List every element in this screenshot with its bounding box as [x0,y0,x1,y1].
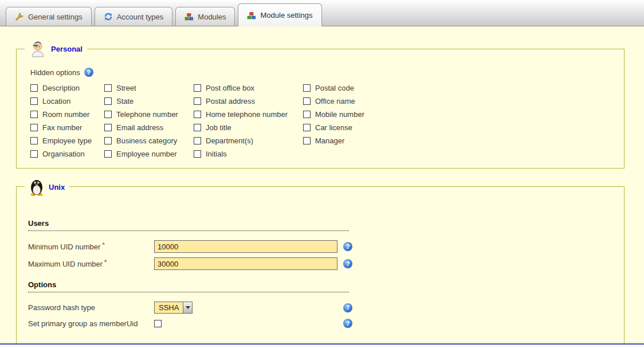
checkbox-label: Car license [315,123,352,132]
checkbox-business-category[interactable] [104,137,112,144]
checkbox-label: Location [42,97,70,105]
hidden-option-employee-type[interactable]: Employee type [30,136,104,145]
checkbox-initials[interactable] [194,150,201,158]
checkbox-car-license[interactable] [303,124,311,131]
checkbox-employee-number[interactable] [104,150,112,158]
hidden-option-departments[interactable]: Department(s) [194,136,303,145]
checkbox-label: Postal code [315,84,354,92]
checkbox-label: Department(s) [206,136,253,145]
checkbox-label: Home telephone number [206,110,288,119]
hidden-option-location[interactable]: Location [30,97,104,105]
tab-module-settings[interactable]: Module settings [238,3,321,26]
checkbox-home-telephone-number[interactable] [194,111,201,118]
personal-legend-label: Personal [51,45,83,53]
hidden-option-postal-address[interactable]: Postal address [194,97,303,105]
help-icon[interactable]: ? [84,68,93,77]
member-uid-control [154,320,343,327]
checkbox-post-office-box[interactable] [194,84,201,92]
checkbox-description[interactable] [30,84,38,92]
member-uid-label-text: Set primary group as memberUid [28,319,138,328]
footer-divider [0,343,644,345]
unix-form: Users Minimum UID number* ? Maximum UID … [17,187,624,329]
checkbox-label: Street [116,84,136,92]
min-uid-control [154,240,343,253]
help-icon[interactable]: ? [343,242,352,251]
password-hash-select[interactable]: SSHA [154,302,193,314]
hidden-option-postal-code[interactable]: Postal code [303,84,429,92]
password-hash-value: SSHA [155,302,183,313]
checkbox-label: Office name [315,97,355,105]
hidden-option-email-address[interactable]: Email address [104,123,194,132]
options-section-title: Options [28,280,349,292]
checkbox-label: Employee type [42,136,92,145]
member-uid-row: Set primary group as memberUid ? [28,318,624,329]
checkbox-location[interactable] [30,97,38,105]
checkbox-postal-code[interactable] [303,84,311,92]
min-uid-row: Minimum UID number* ? [28,240,624,253]
hidden-option-manager[interactable]: Manager [303,136,429,145]
min-uid-input[interactable] [154,240,337,253]
help-icon[interactable]: ? [343,319,352,328]
checkbox-label: Postal address [206,97,255,105]
hidden-option-car-license[interactable]: Car license [303,123,429,132]
hidden-option-room-number[interactable]: Room number [30,110,104,119]
unix-legend-label: Unix [49,183,65,191]
hidden-option-initials[interactable]: Initials [194,150,303,158]
checkbox-label: Business category [116,136,177,145]
hidden-option-organisation[interactable]: Organisation [30,150,104,158]
hidden-option-job-title[interactable]: Job title [194,123,303,132]
hidden-option-description[interactable]: Description [30,84,104,92]
member-uid-checkbox[interactable] [154,320,162,327]
settings-content: Personal Hidden options ? Description St… [0,26,644,343]
checkbox-street[interactable] [104,84,112,92]
hidden-option-post-office-box[interactable]: Post office box [194,84,303,92]
checkbox-label: Fax number [42,123,82,132]
hidden-option-office-name[interactable]: Office name [303,97,429,105]
checkbox-postal-address[interactable] [194,97,201,105]
help-icon[interactable]: ? [343,303,352,312]
checkbox-employee-type[interactable] [30,137,38,144]
module-settings-icon [247,11,256,20]
checkbox-office-name[interactable] [303,97,311,105]
min-uid-label-text: Minimum UID number [28,243,100,251]
hidden-option-mobile-number[interactable]: Mobile number [303,110,429,119]
max-uid-input[interactable] [154,257,337,270]
checkbox-label: Room number [42,110,89,119]
wrench-icon [15,12,24,21]
hidden-option-fax-number[interactable]: Fax number [30,123,104,132]
checkbox-fax-number[interactable] [30,124,38,131]
hidden-option-telephone-number[interactable]: Telephone number [104,110,194,119]
help-icon[interactable]: ? [343,259,352,268]
password-hash-label: Password hash type [28,303,154,312]
max-uid-row: Maximum UID number* ? [28,257,624,270]
checkbox-label: Manager [315,136,344,145]
hidden-option-street[interactable]: Street [104,84,194,92]
checkbox-label: Initials [206,150,227,158]
checkbox-departments[interactable] [194,137,201,144]
hidden-option-employee-number[interactable]: Employee number [104,150,194,158]
checkbox-label: Mobile number [315,110,364,119]
hidden-option-business-category[interactable]: Business category [104,136,194,145]
checkbox-room-number[interactable] [30,111,38,118]
checkbox-job-title[interactable] [194,124,201,131]
password-hash-control: SSHA [154,302,343,314]
checkbox-state[interactable] [104,97,112,105]
checkbox-organisation[interactable] [30,150,38,158]
checkbox-email-address[interactable] [104,124,112,131]
required-marker: * [102,241,104,248]
max-uid-label: Maximum UID number* [28,260,154,268]
checkbox-manager[interactable] [303,137,311,144]
hidden-option-state[interactable]: State [104,97,194,105]
tab-label: Modules [198,13,226,21]
tux-penguin-icon [29,178,44,196]
tab-account-types[interactable]: Account types [95,7,173,26]
checkbox-mobile-number[interactable] [303,111,311,118]
checkbox-label: Email address [116,123,163,132]
min-uid-label: Minimum UID number* [28,243,154,251]
checkbox-label: Organisation [42,150,85,158]
unix-legend: Unix [25,178,69,196]
checkbox-telephone-number[interactable] [104,111,112,118]
tab-modules[interactable]: Modules [175,7,235,26]
tab-general-settings[interactable]: General settings [6,7,92,26]
hidden-option-home-telephone-number[interactable]: Home telephone number [194,110,303,119]
